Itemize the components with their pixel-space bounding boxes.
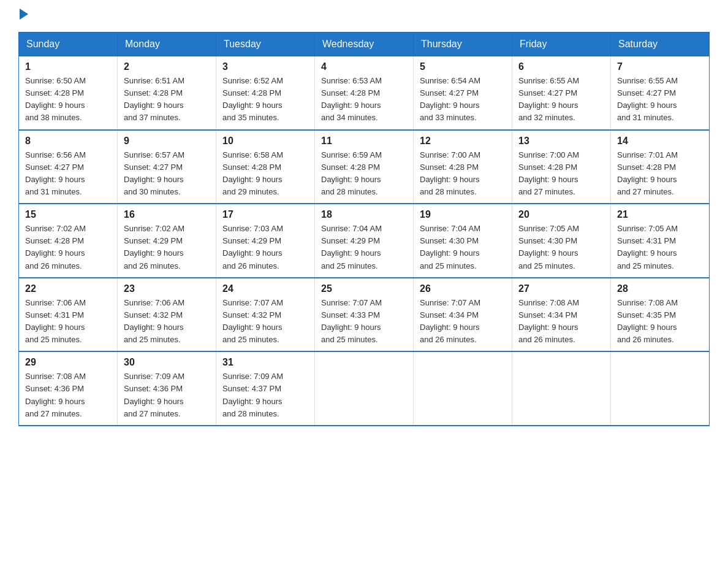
day-info: Sunrise: 7:08 AMSunset: 4:36 PMDaylight:… [25,370,111,420]
day-cell-31: 31Sunrise: 7:09 AMSunset: 4:37 PMDayligh… [216,351,315,426]
day-info: Sunrise: 7:03 AMSunset: 4:29 PMDaylight:… [222,223,308,272]
day-cell-26: 26Sunrise: 7:07 AMSunset: 4:34 PMDayligh… [414,278,512,352]
week-row-1: 1Sunrise: 6:50 AMSunset: 4:28 PMDaylight… [19,56,710,130]
day-number: 4 [321,61,407,72]
empty-cell [414,351,512,426]
day-cell-18: 18Sunrise: 7:04 AMSunset: 4:29 PMDayligh… [315,204,414,278]
day-number: 24 [222,283,308,294]
day-info: Sunrise: 7:02 AMSunset: 4:28 PMDaylight:… [25,223,111,272]
day-number: 6 [518,61,604,72]
logo [18,12,28,20]
week-row-4: 22Sunrise: 7:06 AMSunset: 4:31 PMDayligh… [19,278,710,352]
day-cell-24: 24Sunrise: 7:07 AMSunset: 4:32 PMDayligh… [216,278,315,352]
day-cell-4: 4Sunrise: 6:53 AMSunset: 4:28 PMDaylight… [315,56,414,130]
day-cell-2: 2Sunrise: 6:51 AMSunset: 4:28 PMDaylight… [118,56,216,130]
day-number: 1 [25,61,111,72]
day-info: Sunrise: 6:55 AMSunset: 4:27 PMDaylight:… [518,75,604,124]
calendar-table: SundayMondayTuesdayWednesdayThursdayFrid… [18,32,710,426]
day-cell-29: 29Sunrise: 7:08 AMSunset: 4:36 PMDayligh… [19,351,118,426]
day-info: Sunrise: 6:52 AMSunset: 4:28 PMDaylight:… [222,75,308,124]
day-info: Sunrise: 6:57 AMSunset: 4:27 PMDaylight:… [124,149,210,199]
day-info: Sunrise: 7:07 AMSunset: 4:34 PMDaylight:… [420,297,506,347]
day-number: 22 [25,283,111,294]
day-number: 25 [321,283,407,294]
day-cell-16: 16Sunrise: 7:02 AMSunset: 4:29 PMDayligh… [118,204,216,278]
day-number: 15 [25,209,111,220]
day-cell-3: 3Sunrise: 6:52 AMSunset: 4:28 PMDaylight… [216,56,315,130]
week-row-3: 15Sunrise: 7:02 AMSunset: 4:28 PMDayligh… [19,204,710,278]
weekday-header-saturday: Saturday [611,33,710,56]
day-cell-21: 21Sunrise: 7:05 AMSunset: 4:31 PMDayligh… [611,204,710,278]
day-number: 11 [321,136,407,147]
day-cell-12: 12Sunrise: 7:00 AMSunset: 4:28 PMDayligh… [414,130,512,204]
day-info: Sunrise: 6:55 AMSunset: 4:27 PMDaylight:… [617,75,703,124]
day-cell-15: 15Sunrise: 7:02 AMSunset: 4:28 PMDayligh… [19,204,118,278]
day-cell-27: 27Sunrise: 7:08 AMSunset: 4:34 PMDayligh… [512,278,611,352]
day-number: 9 [124,136,210,147]
day-number: 5 [420,61,506,72]
week-row-5: 29Sunrise: 7:08 AMSunset: 4:36 PMDayligh… [19,351,710,426]
weekday-header-friday: Friday [512,33,611,56]
empty-cell [315,351,414,426]
day-cell-25: 25Sunrise: 7:07 AMSunset: 4:33 PMDayligh… [315,278,414,352]
day-number: 8 [25,136,111,147]
day-number: 16 [124,209,210,220]
day-info: Sunrise: 7:02 AMSunset: 4:29 PMDaylight:… [124,223,210,272]
day-cell-5: 5Sunrise: 6:54 AMSunset: 4:27 PMDaylight… [414,56,512,130]
weekday-header-tuesday: Tuesday [216,33,315,56]
day-cell-10: 10Sunrise: 6:58 AMSunset: 4:28 PMDayligh… [216,130,315,204]
day-number: 13 [518,136,604,147]
day-info: Sunrise: 7:08 AMSunset: 4:35 PMDaylight:… [617,297,703,347]
day-number: 3 [222,61,308,72]
day-info: Sunrise: 6:58 AMSunset: 4:28 PMDaylight:… [222,149,308,199]
day-number: 26 [420,283,506,294]
day-info: Sunrise: 7:06 AMSunset: 4:32 PMDaylight:… [124,297,210,347]
day-cell-1: 1Sunrise: 6:50 AMSunset: 4:28 PMDaylight… [19,56,118,130]
day-cell-8: 8Sunrise: 6:56 AMSunset: 4:27 PMDaylight… [19,130,118,204]
day-number: 14 [617,136,703,147]
weekday-header-sunday: Sunday [19,33,118,56]
day-info: Sunrise: 7:06 AMSunset: 4:31 PMDaylight:… [25,297,111,347]
day-info: Sunrise: 7:05 AMSunset: 4:31 PMDaylight:… [617,223,703,272]
day-number: 19 [420,209,506,220]
page-header [18,12,710,20]
day-number: 28 [617,283,703,294]
day-info: Sunrise: 7:09 AMSunset: 4:37 PMDaylight:… [222,370,308,420]
week-row-2: 8Sunrise: 6:56 AMSunset: 4:27 PMDaylight… [19,130,710,204]
day-number: 30 [124,357,210,368]
day-cell-20: 20Sunrise: 7:05 AMSunset: 4:30 PMDayligh… [512,204,611,278]
day-info: Sunrise: 6:50 AMSunset: 4:28 PMDaylight:… [25,75,111,124]
day-cell-7: 7Sunrise: 6:55 AMSunset: 4:27 PMDaylight… [611,56,710,130]
day-number: 20 [518,209,604,220]
calendar-body: 1Sunrise: 6:50 AMSunset: 4:28 PMDaylight… [19,56,710,426]
empty-cell [611,351,710,426]
day-cell-14: 14Sunrise: 7:01 AMSunset: 4:28 PMDayligh… [611,130,710,204]
weekday-row: SundayMondayTuesdayWednesdayThursdayFrid… [19,33,710,56]
day-info: Sunrise: 7:07 AMSunset: 4:32 PMDaylight:… [222,297,308,347]
day-info: Sunrise: 7:00 AMSunset: 4:28 PMDaylight:… [518,149,604,199]
day-cell-6: 6Sunrise: 6:55 AMSunset: 4:27 PMDaylight… [512,56,611,130]
day-cell-17: 17Sunrise: 7:03 AMSunset: 4:29 PMDayligh… [216,204,315,278]
empty-cell [512,351,611,426]
day-cell-19: 19Sunrise: 7:04 AMSunset: 4:30 PMDayligh… [414,204,512,278]
logo-arrow-icon [20,9,28,20]
day-cell-22: 22Sunrise: 7:06 AMSunset: 4:31 PMDayligh… [19,278,118,352]
day-number: 17 [222,209,308,220]
day-number: 23 [124,283,210,294]
day-cell-9: 9Sunrise: 6:57 AMSunset: 4:27 PMDaylight… [118,130,216,204]
day-info: Sunrise: 6:51 AMSunset: 4:28 PMDaylight:… [124,75,210,124]
day-info: Sunrise: 7:04 AMSunset: 4:29 PMDaylight:… [321,223,407,272]
day-cell-23: 23Sunrise: 7:06 AMSunset: 4:32 PMDayligh… [118,278,216,352]
weekday-header-wednesday: Wednesday [315,33,414,56]
day-cell-28: 28Sunrise: 7:08 AMSunset: 4:35 PMDayligh… [611,278,710,352]
weekday-header-thursday: Thursday [414,33,512,56]
day-info: Sunrise: 6:54 AMSunset: 4:27 PMDaylight:… [420,75,506,124]
day-info: Sunrise: 7:00 AMSunset: 4:28 PMDaylight:… [420,149,506,199]
day-number: 12 [420,136,506,147]
calendar-header: SundayMondayTuesdayWednesdayThursdayFrid… [19,33,710,56]
day-number: 27 [518,283,604,294]
day-info: Sunrise: 7:08 AMSunset: 4:34 PMDaylight:… [518,297,604,347]
weekday-header-monday: Monday [118,33,216,56]
day-number: 29 [25,357,111,368]
day-info: Sunrise: 7:05 AMSunset: 4:30 PMDaylight:… [518,223,604,272]
